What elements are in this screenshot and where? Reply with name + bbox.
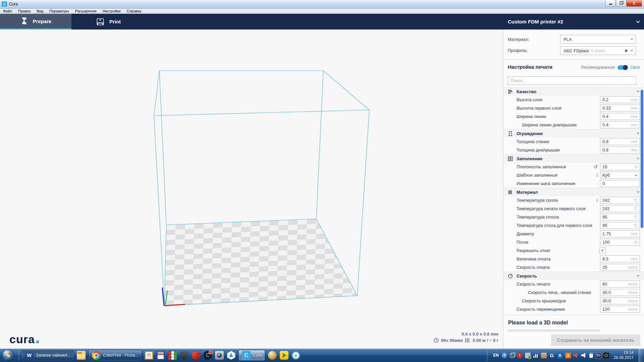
- info-icon[interactable]: i: [596, 198, 598, 203]
- word-window-button[interactable]: WЗаписки чайник4...: [21, 350, 74, 361]
- settings-category-скорость[interactable]: Скорость: [503, 272, 644, 280]
- info-icon[interactable]: i: [596, 173, 598, 178]
- tank-shield-button[interactable]: [180, 351, 189, 360]
- tab-prepare[interactable]: Prepare: [0, 14, 71, 29]
- setting-value-field[interactable]: 0.8mm: [600, 138, 640, 145]
- taskbar-grip: [18, 350, 19, 360]
- signal-tray-icon[interactable]: [533, 353, 539, 358]
- restore-tray-icon[interactable]: [510, 354, 515, 358]
- setting-row-скорость-крышки-дна: Скорость крышки/дна30.0mm/s: [503, 297, 644, 305]
- close-button[interactable]: X: [626, 0, 642, 7]
- tray-icons: ?!GBa: [502, 353, 609, 358]
- setting-label: Шаблон заполнения: [517, 173, 596, 178]
- setting-value-field[interactable]: 0: [600, 180, 640, 187]
- setting-label: Температура сопла: [517, 198, 596, 203]
- setting-value-field[interactable]: 242°C: [600, 197, 640, 204]
- chevron-down-icon: [631, 49, 633, 51]
- g-tray-icon[interactable]: G: [549, 353, 555, 358]
- setting-value-field[interactable]: 1.75mm: [600, 230, 640, 237]
- clock[interactable]: 15:14 28.08.2017: [613, 350, 634, 360]
- setting-row-толщина-стенки: Толщина стенки0.8mm: [503, 137, 644, 146]
- setting-value-field[interactable]: 25mm/s: [600, 264, 640, 271]
- play-button[interactable]: [280, 351, 288, 360]
- golden-button[interactable]: [268, 351, 277, 360]
- chrome-window-button[interactable]: ColorPrint - Prusa...: [89, 350, 142, 361]
- viewport-3d[interactable]: cura 0.0 x 0.0 x 0.0 mm 00ч 00мин 0.00 м…: [0, 29, 503, 349]
- download-button[interactable]: [291, 351, 300, 360]
- hexagon-button[interactable]: [227, 351, 235, 360]
- menu-item-настройки[interactable]: Настройки: [100, 9, 124, 14]
- red-gear-button[interactable]: [192, 351, 200, 360]
- floppy-app-button[interactable]: [156, 351, 165, 360]
- category-label: Ограждение: [517, 131, 637, 136]
- setting-value-field[interactable]: 0.2mm: [600, 96, 640, 103]
- setting-row-плотность-заполнения: Плотность заполнения↺15%: [503, 163, 644, 171]
- menu-item-файл[interactable]: Файл: [0, 9, 15, 14]
- shell-icon: [508, 131, 514, 136]
- tab-print[interactable]: Print: [71, 14, 145, 29]
- settings-category-ограждение[interactable]: Ограждение: [503, 129, 644, 137]
- menu-item-расширения[interactable]: Расширения: [72, 9, 100, 14]
- p-app-button[interactable]: П: [145, 351, 153, 360]
- setting-value: 25: [602, 265, 628, 270]
- package-tray-icon[interactable]: [541, 353, 547, 358]
- setting-value-field[interactable]: 6.5mm: [600, 255, 640, 262]
- bt-tray-icon[interactable]: B: [557, 353, 563, 358]
- settings-category-качество[interactable]: Качество: [503, 87, 644, 96]
- printer-selector[interactable]: Custom FDM printer #2: [503, 14, 644, 29]
- setting-value-field[interactable]: 95°C: [600, 214, 640, 221]
- language-indicator[interactable]: EN: [493, 353, 499, 358]
- camera-button[interactable]: [215, 351, 224, 360]
- setting-value-field[interactable]: 0.4mm: [600, 113, 640, 120]
- setting-value-field[interactable]: 120mm/s: [600, 306, 640, 313]
- speaker-tray-icon[interactable]: [581, 353, 587, 358]
- usb-tray-icon[interactable]: [525, 353, 531, 358]
- profile-dropdown[interactable]: АБС FDplast - 0.2mm ★: [560, 46, 636, 55]
- search-input[interactable]: [507, 76, 636, 85]
- plug-tray-icon[interactable]: [589, 354, 593, 358]
- menu-item-справка[interactable]: Справка: [124, 9, 144, 14]
- setting-dropdown[interactable]: Куб: [600, 172, 640, 179]
- save-to-removable-button[interactable]: Сохранить на внешний носитель: [551, 335, 640, 346]
- setting-value-field[interactable]: 0.8mm: [600, 146, 640, 154]
- explorer-button[interactable]: [77, 351, 86, 360]
- help-tray-icon[interactable]: ?: [502, 353, 507, 358]
- menu-item-параметры[interactable]: Параметры: [46, 9, 72, 14]
- menu-item-правка[interactable]: Правка: [15, 9, 34, 14]
- speaker-red-tray-icon[interactable]: [573, 353, 579, 358]
- setup-mode-toggle[interactable]: [618, 65, 628, 70]
- dark-c-button[interactable]: C: [203, 351, 212, 360]
- settings-category-материал[interactable]: Материал: [503, 188, 644, 196]
- start-button[interactable]: [2, 349, 14, 361]
- custom-label[interactable]: Своя: [630, 65, 640, 70]
- setting-unit: mm/s: [628, 307, 638, 312]
- nvidia-tray-icon[interactable]: [603, 353, 609, 358]
- material-dropdown[interactable]: PLA: [560, 35, 636, 44]
- tray-grip: [487, 350, 488, 360]
- restore-button[interactable]: [616, 0, 626, 7]
- setting-value-field[interactable]: 242°C: [600, 205, 640, 212]
- setting-value-field[interactable]: 30.0mm/s: [600, 289, 640, 296]
- rubik-app-button[interactable]: [168, 351, 177, 360]
- avast-tray-icon[interactable]: a: [565, 353, 571, 358]
- setting-value-field[interactable]: 100%: [600, 239, 640, 246]
- recommended-label[interactable]: Рекомендованная: [581, 65, 615, 70]
- setting-value-field[interactable]: 30.0mm/s: [600, 297, 640, 304]
- display-tray-icon[interactable]: [595, 353, 601, 358]
- setting-value-field[interactable]: 60mm/s: [600, 281, 640, 288]
- scrollbar[interactable]: [641, 90, 643, 228]
- menu-item-вид[interactable]: Вид: [34, 9, 46, 14]
- setting-row-температура-стола: Температура стола95°C: [503, 213, 644, 221]
- setting-value-field[interactable]: 0.32mm: [600, 105, 640, 112]
- setting-value-field[interactable]: 95°C: [600, 222, 640, 229]
- setting-checkbox[interactable]: ✓: [599, 247, 606, 254]
- setting-unit: mm: [631, 123, 638, 127]
- setting-value-field[interactable]: 0.4mm: [600, 121, 640, 128]
- reset-icon[interactable]: ↺: [593, 164, 598, 170]
- settings-category-заполнение[interactable]: Заполнение: [503, 154, 644, 163]
- minimize-button[interactable]: [605, 0, 616, 7]
- alert-tray-icon[interactable]: !: [517, 353, 523, 358]
- cura-window-button[interactable]: CCura: [238, 350, 265, 361]
- show-desktop-button[interactable]: [639, 349, 643, 362]
- setting-value-field[interactable]: 15%: [600, 163, 640, 170]
